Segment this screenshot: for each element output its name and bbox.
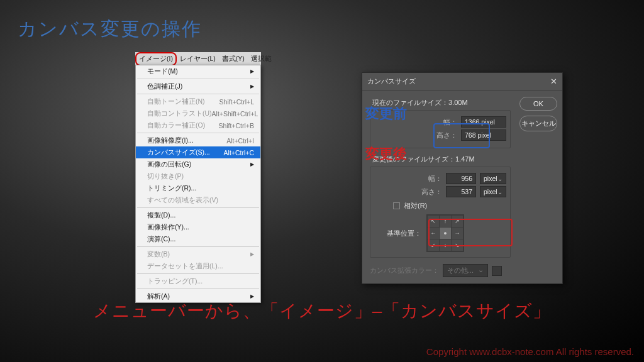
height-unit-select[interactable]: pixel	[480, 186, 506, 197]
anchor-selector[interactable]: ↖↑↗ ←●→ ↙↓↘	[426, 214, 464, 252]
menu-item-auto-tone[interactable]: 自動トーン補正(N)Shift+Ctrl+L	[136, 96, 260, 107]
extension-color-swatch[interactable]	[492, 266, 502, 276]
anchor-label: 基準位置：	[387, 229, 421, 238]
menu-item-image-size[interactable]: 画像解像度(I)...Alt+Ctrl+I	[136, 134, 260, 146]
menu-select[interactable]: 選択範	[248, 52, 275, 66]
current-size-label: 現在のファイルサイズ：3.00M	[370, 96, 511, 110]
menu-item-datasets[interactable]: データセットを適用(L)...	[136, 260, 260, 272]
menu-item-trim[interactable]: トリミング(R)...	[136, 182, 260, 194]
menu-item-mode[interactable]: モード(M)	[136, 65, 260, 77]
relative-label: 相対(R)	[404, 201, 427, 211]
menu-item-crop[interactable]: 切り抜き(P)	[136, 170, 260, 182]
menu-item-variables[interactable]: 変数(B)	[136, 248, 260, 260]
canvas-size-dialog: カンバスサイズ ✕ 現在のファイルサイズ：3.00M 幅： 1366 pixel…	[362, 72, 563, 284]
menu-item-trap[interactable]: トラッピング(T)...	[136, 275, 260, 287]
menu-item-rotation[interactable]: 画像の回転(G)	[136, 158, 260, 170]
menu-image[interactable]: イメージ(I)	[135, 52, 177, 66]
new-width-input[interactable]: 956	[446, 173, 476, 184]
cancel-button[interactable]: キャンセル	[519, 116, 557, 131]
new-size-label: 変更後のファイルサイズ：1.47M	[370, 152, 511, 167]
menu-item-canvas-size[interactable]: カンバスサイズ(S)...Alt+Ctrl+C	[136, 146, 260, 158]
new-height-input[interactable]: 537	[446, 186, 476, 197]
image-menu: モード(M) 色調補正(J) 自動トーン補正(N)Shift+Ctrl+L 自動…	[135, 65, 261, 303]
width-label-new: 幅：	[419, 174, 442, 184]
current-size-group: 幅： 1366 pixel 高さ： 768 pixel	[370, 110, 511, 148]
width-label: 幅：	[435, 118, 457, 127]
extension-label: カンバス拡張カラー：	[370, 266, 439, 275]
height-label-new: 高さ：	[419, 187, 442, 197]
dialog-title: カンバスサイズ	[367, 77, 416, 86]
menu-item-reveal-all[interactable]: すべての領域を表示(V)	[136, 194, 260, 206]
width-unit-select[interactable]: pixel	[480, 173, 506, 184]
height-label: 高さ：	[435, 131, 457, 140]
copyright: Copyright www.dcbx-note.com All rights r…	[426, 346, 634, 357]
current-height: 768 pixel	[461, 129, 506, 141]
slide-caption: メニューバーから、「イメージ」–「カンバスサイズ」	[0, 299, 644, 323]
current-width: 1366 pixel	[461, 116, 506, 128]
ok-button[interactable]: OK	[519, 97, 557, 111]
menu-layer[interactable]: レイヤー(L)	[177, 52, 219, 66]
menu-item-calculations[interactable]: 演算(C)...	[136, 233, 260, 245]
menu-item-auto-color[interactable]: 自動カラー補正(O)Shift+Ctrl+B	[136, 119, 260, 131]
menu-item-apply-image[interactable]: 画像操作(Y)...	[136, 221, 260, 233]
slide-title: カンバス変更の操作	[18, 16, 202, 42]
relative-checkbox[interactable]	[393, 202, 400, 209]
menu-item-adjustments[interactable]: 色調補正(J)	[136, 80, 260, 92]
menu-item-auto-contrast[interactable]: 自動コントラスト(U)Alt+Shift+Ctrl+L	[136, 107, 260, 119]
new-size-group: 幅： 956 pixel 高さ： 537 pixel 相対(R) 基準位置： ↖…	[370, 167, 511, 258]
menu-format[interactable]: 書式(Y)	[219, 52, 248, 66]
menu-item-duplicate[interactable]: 複製(D)...	[136, 209, 260, 221]
extension-color-select[interactable]: その他...⌄	[443, 264, 488, 277]
close-icon[interactable]: ✕	[550, 77, 557, 86]
